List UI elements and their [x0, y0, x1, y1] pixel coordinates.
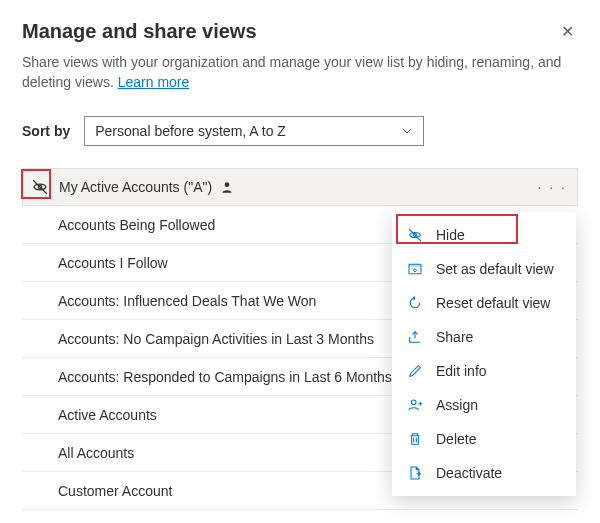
view-name: Accounts I Follow: [58, 255, 168, 271]
menu-item-reset-default[interactable]: Reset default view: [392, 286, 576, 320]
default-view-icon: [406, 260, 424, 278]
menu-item-share[interactable]: Share: [392, 320, 576, 354]
menu-item-set-default[interactable]: Set as default view: [392, 252, 576, 286]
menu-item-label: Deactivate: [436, 465, 502, 481]
chevron-down-icon: [401, 125, 413, 137]
view-name: Customer Account: [58, 483, 172, 499]
view-row[interactable]: My Active Accounts ("A") · · ·: [22, 168, 578, 206]
menu-item-label: Hide: [436, 227, 465, 243]
subtitle-text: Share views with your organization and m…: [22, 54, 561, 90]
view-name: Accounts Being Followed: [58, 217, 215, 233]
view-name: Accounts: Responded to Campaigns in Last…: [58, 369, 392, 385]
menu-item-label: Share: [436, 329, 473, 345]
dialog-subtitle: Share views with your organization and m…: [22, 53, 578, 92]
view-name: All Accounts: [58, 445, 134, 461]
more-actions-button[interactable]: · · ·: [538, 179, 567, 195]
reset-icon: [406, 294, 424, 312]
menu-item-label: Edit info: [436, 363, 487, 379]
deactivate-icon: [406, 464, 424, 482]
learn-more-link[interactable]: Learn more: [118, 74, 190, 90]
close-button[interactable]: ✕: [557, 20, 578, 43]
view-name: My Active Accounts ("A"): [59, 179, 212, 195]
sort-by-label: Sort by: [22, 123, 70, 139]
assign-icon: [406, 396, 424, 414]
hide-icon: [406, 226, 424, 244]
menu-item-label: Set as default view: [436, 261, 554, 277]
edit-icon: [406, 362, 424, 380]
menu-item-label: Delete: [436, 431, 476, 447]
person-icon: [220, 180, 234, 194]
sort-by-select[interactable]: Personal before system, A to Z: [84, 116, 424, 146]
view-name: Active Accounts: [58, 407, 157, 423]
share-icon: [406, 328, 424, 346]
svg-rect-4: [409, 264, 421, 267]
menu-item-label: Assign: [436, 397, 478, 413]
view-name: Accounts: No Campaign Activities in Last…: [58, 331, 374, 347]
menu-item-label: Reset default view: [436, 295, 550, 311]
hide-icon: [29, 176, 51, 198]
menu-item-hide[interactable]: Hide: [392, 218, 576, 252]
menu-item-delete[interactable]: Delete: [392, 422, 576, 456]
dialog-title: Manage and share views: [22, 20, 257, 43]
view-name: Accounts: Influenced Deals That We Won: [58, 293, 316, 309]
view-row[interactable]: Customers: [22, 510, 578, 523]
sort-by-value: Personal before system, A to Z: [95, 123, 286, 139]
menu-item-edit-info[interactable]: Edit info: [392, 354, 576, 388]
delete-icon: [406, 430, 424, 448]
menu-item-assign[interactable]: Assign: [392, 388, 576, 422]
context-menu: Hide Set as default view Reset default v…: [392, 212, 576, 496]
menu-item-deactivate[interactable]: Deactivate: [392, 456, 576, 490]
svg-point-5: [414, 269, 417, 272]
svg-point-6: [411, 400, 416, 405]
svg-point-1: [225, 183, 230, 188]
